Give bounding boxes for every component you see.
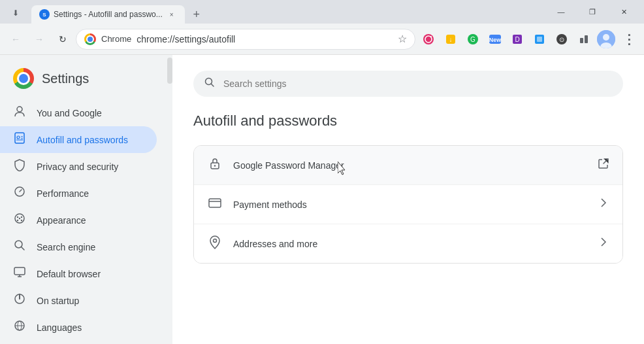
addresses-label: Addresses and more xyxy=(233,239,587,249)
autofill-icon xyxy=(13,131,26,148)
sidebar-label-default-browser: Default browser xyxy=(37,269,101,279)
monitor-icon xyxy=(13,266,26,282)
svg-point-20 xyxy=(603,34,609,41)
close-tab-btn[interactable]: × xyxy=(167,9,177,20)
settings-card: Google Password Manager Payment metho xyxy=(193,145,623,264)
credit-card-icon xyxy=(207,196,223,213)
svg-point-29 xyxy=(21,220,22,221)
svg-point-24 xyxy=(17,136,20,139)
profile-switcher-btn[interactable]: ⬇ xyxy=(5,3,26,24)
menu-btn[interactable]: ⋮ xyxy=(618,29,639,50)
refresh-btn[interactable]: ↻ xyxy=(52,29,73,50)
globe-icon xyxy=(13,319,26,335)
payment-methods-label: Payment methods xyxy=(233,199,587,210)
svg-rect-18 xyxy=(585,35,588,43)
extension1-icon[interactable]: ↓ xyxy=(440,29,461,50)
svg-text:New: New xyxy=(489,37,502,43)
sidebar-label-you-and-google: You and Google xyxy=(37,108,102,118)
address-bar[interactable]: Chrome chrome://settings/autofill ☆ xyxy=(76,29,415,50)
extension5-icon[interactable]: ⊙ xyxy=(551,29,572,50)
main-layout: Settings You and Google Autofill and pas… xyxy=(0,55,644,344)
restore-btn[interactable]: ❐ xyxy=(577,0,607,24)
svg-line-32 xyxy=(22,247,25,250)
svg-point-30 xyxy=(19,218,20,219)
svg-text:G: G xyxy=(470,36,475,43)
svg-point-27 xyxy=(21,216,22,218)
sidebar-item-search-engine[interactable]: Search engine xyxy=(0,233,157,260)
chrome-logo-icon xyxy=(84,33,96,45)
svg-text:S: S xyxy=(42,12,46,18)
shield-icon xyxy=(13,158,26,175)
sidebar-item-autofill[interactable]: Autofill and passwords xyxy=(0,126,157,153)
toolbar-icons: ↓ G New D ⊙ ⋮ xyxy=(418,29,639,50)
tab-bar: ⬇ S Settings - Autofill and passwo... × … xyxy=(5,0,543,24)
forward-btn[interactable]: → xyxy=(29,29,50,50)
svg-point-47 xyxy=(214,239,217,243)
svg-rect-17 xyxy=(580,38,583,43)
instagram-icon[interactable] xyxy=(418,29,439,50)
active-tab[interactable]: S Settings - Autofill and passwo... × xyxy=(31,5,185,24)
page-title: Autofill and passwords xyxy=(193,112,623,129)
sidebar-label-autofill: Autofill and passwords xyxy=(37,135,128,145)
extension4-icon[interactable] xyxy=(529,29,550,50)
sidebar-item-default-browser[interactable]: Default browser xyxy=(0,260,157,287)
sidebar-logo: Settings xyxy=(0,60,167,99)
addresses-row[interactable]: Addresses and more xyxy=(194,224,622,263)
external-link-icon xyxy=(598,158,609,173)
google-password-manager-row[interactable]: Google Password Manager xyxy=(194,146,622,185)
svg-text:D: D xyxy=(515,36,519,43)
password-icon xyxy=(207,156,223,174)
sidebar-scrollbar[interactable] xyxy=(167,58,172,84)
sidebar-label-appearance: Appearance xyxy=(37,215,86,226)
new-tab-btn[interactable]: + xyxy=(187,5,206,24)
sidebar-item-languages[interactable]: Languages xyxy=(0,314,157,341)
svg-rect-45 xyxy=(209,199,221,207)
chrome-logo-sidebar-icon xyxy=(13,68,34,89)
sidebar-item-on-startup[interactable]: On startup xyxy=(0,287,157,314)
svg-text:⊙: ⊙ xyxy=(559,36,564,43)
payment-methods-row[interactable]: Payment methods xyxy=(194,185,622,224)
power-icon xyxy=(13,292,26,309)
sidebar-label-languages: Languages xyxy=(37,322,82,333)
tab-favicon: S xyxy=(39,9,50,20)
svg-point-26 xyxy=(17,216,18,218)
svg-line-42 xyxy=(211,84,214,86)
bookmark-icon[interactable]: ☆ xyxy=(398,33,407,45)
address-url[interactable]: chrome://settings/autofill xyxy=(137,34,390,44)
minimize-btn[interactable]: — xyxy=(546,0,576,24)
location-icon xyxy=(207,235,223,252)
sidebar-label-search-engine: Search engine xyxy=(37,242,95,252)
titlebar: ⬇ S Settings - Autofill and passwo... × … xyxy=(0,0,644,24)
back-btn[interactable]: ← xyxy=(5,29,26,50)
sidebar: Settings You and Google Autofill and pas… xyxy=(0,55,167,344)
svg-rect-14 xyxy=(537,37,542,42)
password-manager-label: Google Password Manager xyxy=(233,160,587,171)
sidebar-item-appearance[interactable]: Appearance xyxy=(0,207,157,233)
search-bar[interactable] xyxy=(193,71,623,97)
sidebar-label-on-startup: On startup xyxy=(37,296,79,306)
svg-point-22 xyxy=(17,107,22,112)
toolbar: ← → ↻ Chrome chrome://settings/autofill … xyxy=(0,24,644,55)
extensions-icon[interactable] xyxy=(573,29,594,50)
search-input[interactable] xyxy=(223,78,613,89)
window-controls: — ❐ ✕ xyxy=(546,0,639,24)
sidebar-item-privacy[interactable]: Privacy and security xyxy=(0,153,157,180)
new-badge-icon[interactable]: New xyxy=(485,29,506,50)
svg-point-4 xyxy=(430,36,432,37)
sidebar-label-performance: Performance xyxy=(37,188,89,199)
extension2-icon[interactable]: G xyxy=(462,29,483,50)
svg-text:↓: ↓ xyxy=(449,36,453,43)
search-input-icon xyxy=(204,77,216,92)
sidebar-item-performance[interactable]: Performance xyxy=(0,180,157,207)
close-btn[interactable]: ✕ xyxy=(609,0,639,24)
sidebar-label-privacy: Privacy and security xyxy=(37,162,118,172)
palette-icon xyxy=(13,212,26,228)
extension3-icon[interactable]: D xyxy=(507,29,528,50)
sidebar-item-you-and-google[interactable]: You and Google xyxy=(0,99,157,126)
profile-btn[interactable] xyxy=(596,29,617,50)
content-area: Autofill and passwords Google Password M… xyxy=(172,55,644,344)
svg-rect-33 xyxy=(14,267,25,275)
svg-point-28 xyxy=(17,220,18,221)
search-icon xyxy=(13,239,26,255)
svg-point-44 xyxy=(214,165,216,166)
